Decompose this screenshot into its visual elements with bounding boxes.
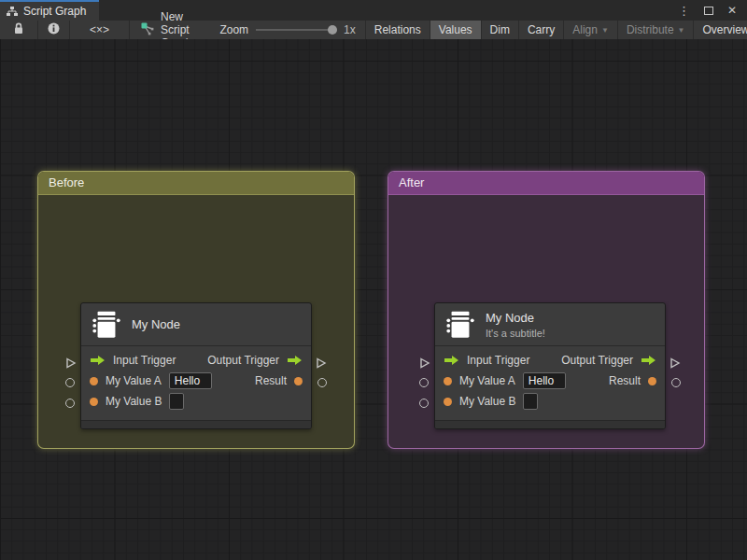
graph-breadcrumb[interactable]: New Script Graph bbox=[130, 21, 203, 39]
trigger-row: Input Trigger Output Trigger bbox=[81, 350, 311, 371]
lock-button[interactable] bbox=[0, 21, 38, 39]
external-input-trigger-port[interactable] bbox=[65, 356, 77, 372]
value-b-port-icon[interactable] bbox=[444, 398, 452, 406]
graph-toolbar: <×> New Script Graph Zoom 1x Relations V… bbox=[0, 21, 747, 39]
input-trigger-port-icon[interactable] bbox=[90, 355, 106, 366]
relations-button[interactable]: Relations bbox=[366, 21, 430, 39]
node-footer bbox=[435, 420, 665, 428]
external-output-trigger-port[interactable] bbox=[316, 356, 327, 372]
output-trigger-label: Output Trigger bbox=[207, 354, 279, 367]
node-title: My Node bbox=[132, 317, 180, 331]
value-a-label: My Value A bbox=[459, 374, 515, 387]
value-b-label: My Value B bbox=[459, 395, 515, 408]
kebab-menu-icon[interactable]: ⋮ bbox=[678, 5, 690, 17]
node-titles: My Node It's a subtitle! bbox=[486, 311, 545, 339]
maximize-icon[interactable] bbox=[704, 7, 713, 15]
tab-bar: Script Graph ⋮ ✕ bbox=[0, 0, 747, 21]
window-controls: ⋮ ✕ bbox=[678, 0, 747, 21]
external-output-trigger-port[interactable] bbox=[669, 356, 681, 372]
port-labels-toggle[interactable]: <×> bbox=[70, 21, 130, 39]
value-a-port-icon[interactable] bbox=[90, 377, 98, 385]
external-result-port[interactable] bbox=[317, 378, 327, 387]
relations-label: Relations bbox=[374, 23, 421, 36]
graph-canvas[interactable]: Before My Node bbox=[0, 39, 747, 560]
trigger-row: Input Trigger Output Trigger bbox=[435, 350, 665, 371]
input-trigger-label: Input Trigger bbox=[467, 354, 529, 367]
zoom-slider-thumb[interactable] bbox=[328, 25, 337, 35]
value-a-input[interactable] bbox=[523, 372, 566, 389]
tab-title: Script Graph bbox=[23, 5, 86, 18]
zoom-label: Zoom bbox=[219, 23, 248, 36]
input-trigger-port-icon[interactable] bbox=[444, 355, 459, 366]
dim-label: Dim bbox=[490, 23, 510, 36]
value-a-row: My Value A Result bbox=[435, 371, 665, 391]
value-b-label: My Value B bbox=[106, 395, 162, 408]
group-before-header[interactable]: Before bbox=[38, 172, 354, 195]
chevron-down-icon: ▼ bbox=[678, 26, 685, 35]
output-trigger-port-icon[interactable] bbox=[641, 355, 656, 366]
node-my-node-before[interactable]: My Node Input Trigger Output Trigger bbox=[80, 302, 312, 429]
node-header: My Node bbox=[81, 303, 311, 346]
value-b-input[interactable] bbox=[169, 393, 184, 410]
carry-label: Carry bbox=[528, 23, 555, 36]
values-label: Values bbox=[439, 23, 472, 36]
output-trigger-label: Output Trigger bbox=[561, 354, 633, 367]
external-result-port[interactable] bbox=[671, 378, 681, 387]
zoom-control: Zoom 1x bbox=[203, 21, 365, 39]
zoom-value: 1x bbox=[344, 23, 356, 36]
overview-button[interactable]: Overview bbox=[694, 21, 747, 39]
result-label: Result bbox=[609, 374, 641, 387]
unit-node-icon bbox=[444, 309, 476, 341]
group-after: After My Node It's a subtit bbox=[388, 171, 705, 449]
external-value-b-port[interactable] bbox=[65, 399, 75, 408]
values-button[interactable]: Values bbox=[430, 21, 482, 39]
unit-node-icon bbox=[91, 309, 122, 341]
info-button[interactable] bbox=[38, 21, 70, 39]
graph-icon bbox=[141, 22, 154, 38]
value-b-port-icon[interactable] bbox=[90, 398, 98, 406]
value-a-label: My Value A bbox=[106, 374, 162, 387]
external-value-b-port[interactable] bbox=[419, 399, 429, 408]
lock-icon bbox=[13, 22, 24, 37]
hierarchy-icon bbox=[7, 7, 18, 17]
distribute-label: Distribute bbox=[627, 23, 674, 36]
value-b-row: My Value B bbox=[435, 391, 665, 412]
value-a-input[interactable] bbox=[169, 372, 212, 389]
node-body: Input Trigger Output Trigger My Value A bbox=[81, 346, 311, 416]
carry-button[interactable]: Carry bbox=[519, 21, 564, 39]
info-icon bbox=[48, 22, 60, 37]
value-b-input[interactable] bbox=[523, 393, 538, 410]
input-trigger-label: Input Trigger bbox=[113, 354, 176, 367]
align-label: Align bbox=[572, 23, 598, 36]
external-input-trigger-port[interactable] bbox=[419, 356, 430, 372]
distribute-dropdown[interactable]: Distribute ▼ bbox=[618, 21, 695, 39]
dim-button[interactable]: Dim bbox=[482, 21, 519, 39]
align-dropdown[interactable]: Align ▼ bbox=[564, 21, 618, 39]
group-before: Before My Node bbox=[37, 171, 355, 449]
chevron-down-icon: ▼ bbox=[601, 26, 609, 35]
result-label: Result bbox=[255, 374, 287, 387]
node-titles: My Node bbox=[132, 317, 180, 331]
node-header: My Node It's a subtitle! bbox=[435, 303, 665, 346]
close-icon[interactable]: ✕ bbox=[727, 5, 737, 16]
result-port-icon[interactable] bbox=[648, 377, 656, 385]
node-body: Input Trigger Output Trigger My Value A bbox=[435, 346, 665, 416]
value-a-row: My Value A Result bbox=[81, 371, 311, 391]
node-title: My Node bbox=[486, 311, 545, 325]
external-value-a-port[interactable] bbox=[65, 378, 75, 387]
result-port-icon[interactable] bbox=[294, 377, 303, 385]
overview-label: Overview bbox=[702, 23, 747, 36]
node-my-node-after[interactable]: My Node It's a subtitle! Input Trigger O… bbox=[434, 302, 666, 429]
angle-brackets-icon: <×> bbox=[90, 23, 109, 36]
node-subtitle: It's a subtitle! bbox=[486, 328, 545, 339]
value-a-port-icon[interactable] bbox=[444, 377, 452, 385]
tab-script-graph[interactable]: Script Graph bbox=[0, 0, 99, 21]
external-value-a-port[interactable] bbox=[419, 378, 429, 387]
output-trigger-port-icon[interactable] bbox=[287, 355, 303, 366]
group-after-header[interactable]: After bbox=[388, 172, 704, 195]
node-footer bbox=[81, 420, 311, 428]
zoom-slider[interactable] bbox=[256, 29, 336, 31]
value-b-row: My Value B bbox=[81, 391, 311, 412]
